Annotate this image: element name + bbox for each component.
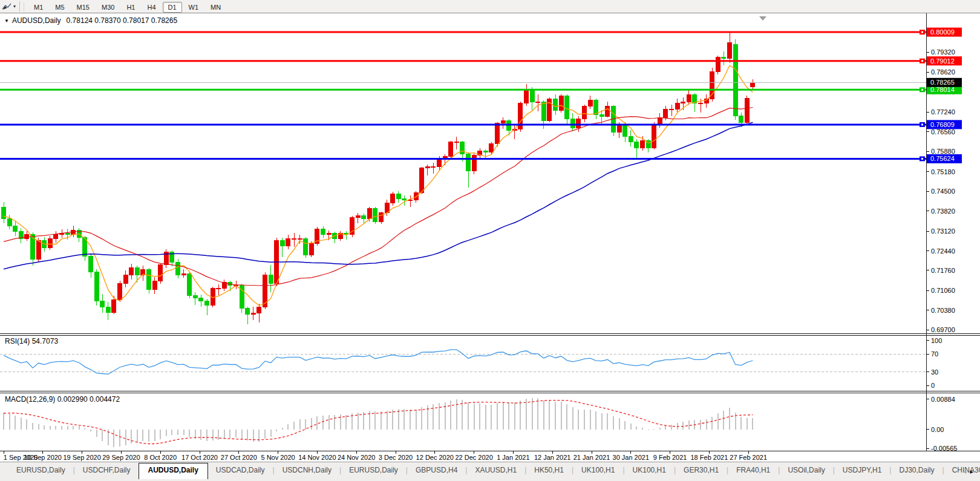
rsi-indicator-label: RSI(14) 54.7073 — [5, 337, 58, 345]
svg-text:0.75180: 0.75180 — [931, 168, 955, 175]
line-studies-icon[interactable] — [1, 2, 13, 11]
timeframe-button-mn[interactable]: MN — [205, 2, 226, 13]
svg-text:27 Feb 2021: 27 Feb 2021 — [730, 454, 767, 461]
svg-text:30 Jan 2021: 30 Jan 2021 — [613, 454, 650, 461]
svg-text:0: 0 — [931, 382, 935, 389]
svg-text:0.79012: 0.79012 — [930, 57, 955, 65]
svg-text:0.78620: 0.78620 — [931, 68, 955, 76]
macd-indicator-label: MACD(12,26,9) 0.002990 0.004472 — [5, 395, 120, 404]
svg-text:27 Oct 2020: 27 Oct 2020 — [221, 454, 257, 461]
svg-text:0.72440: 0.72440 — [931, 247, 955, 255]
tab-dj30-daily[interactable]: DJ30,Daily — [891, 463, 942, 477]
tab-usoil-daily[interactable]: USOil,Daily — [780, 463, 832, 477]
tab-xauusd-h1[interactable]: XAUUSD,H1 — [467, 463, 524, 477]
svg-text:10 Sep 2020: 10 Sep 2020 — [24, 454, 62, 461]
toolbar-separator — [19, 1, 20, 11]
tab-usdcnh-daily[interactable]: USDCNH,Daily — [275, 463, 339, 477]
svg-text:12 Dec 2020: 12 Dec 2020 — [416, 454, 454, 461]
svg-text:0.76560: 0.76560 — [931, 128, 955, 136]
timeframe-button-m15[interactable]: M15 — [71, 2, 95, 13]
svg-text:29 Sep 2020: 29 Sep 2020 — [102, 454, 140, 461]
svg-text:1 Jan 2021: 1 Jan 2021 — [497, 454, 529, 461]
timeframe-button-w1[interactable]: W1 — [183, 2, 204, 13]
svg-text:22 Dec 2020: 22 Dec 2020 — [455, 454, 492, 461]
svg-text:100: 100 — [931, 337, 942, 344]
svg-text:0.78265: 0.78265 — [930, 79, 955, 86]
chart-tabs: EURUSD,Daily|USDCHF,DailyAUDUSD,DailyUSD… — [8, 462, 980, 479]
timeframe-button-d1[interactable]: D1 — [163, 2, 182, 13]
svg-text:19 Sep 2020: 19 Sep 2020 — [63, 454, 100, 461]
svg-text:0.73120: 0.73120 — [931, 227, 955, 235]
svg-text:0.76809: 0.76809 — [930, 121, 955, 128]
tab-hk50-h1[interactable]: HK50,H1 — [526, 463, 572, 477]
svg-text:30: 30 — [931, 368, 938, 376]
svg-text:12 Jan 2021: 12 Jan 2021 — [534, 454, 571, 461]
timeframe-buttons: M1M5M15M30H1H4D1W1MN — [28, 1, 227, 12]
svg-text:0.00884: 0.00884 — [931, 396, 955, 403]
tab-eurusd-daily[interactable]: EURUSD,Daily — [8, 463, 73, 477]
tab-uk100-h1[interactable]: UK100,H1 — [625, 463, 674, 477]
svg-text:0.73820: 0.73820 — [931, 208, 955, 215]
svg-text:0.71060: 0.71060 — [931, 287, 955, 294]
svg-text:17 Oct 2020: 17 Oct 2020 — [181, 454, 218, 461]
svg-text:14 Nov 2020: 14 Nov 2020 — [298, 454, 336, 461]
tab-scroll-buttons: ◂▸ — [963, 468, 977, 476]
tab-fra40-h1[interactable]: FRA40,H1 — [728, 463, 778, 477]
svg-text:0.75880: 0.75880 — [931, 148, 955, 155]
tab-usdcad-daily[interactable]: USDCAD,Daily — [208, 463, 273, 477]
timeframe-button-m1[interactable]: M1 — [28, 2, 48, 13]
title-marker-icon[interactable]: ▼ — [4, 18, 9, 24]
svg-text:0.74500: 0.74500 — [931, 188, 955, 195]
chart-symbol-label: AUDUSD,Daily — [12, 16, 61, 25]
tab-audusd-daily[interactable]: AUDUSD,Daily — [139, 463, 208, 479]
timeframe-toolbar: ▾ M1M5M15M30H1H4D1W1MN — [0, 0, 980, 13]
toolbar-grip[interactable] — [23, 2, 25, 11]
chevron-down-icon[interactable]: ▾ — [13, 4, 16, 9]
current-price-badge: 0.78265 — [927, 78, 962, 87]
timeframe-button-m5[interactable]: M5 — [50, 2, 70, 13]
timeframe-button-h1[interactable]: H1 — [121, 2, 140, 13]
svg-text:0.75624: 0.75624 — [930, 155, 955, 162]
chart-window[interactable]: 0.793200.786200.779400.772400.765600.758… — [0, 13, 980, 462]
timeframe-button-h4[interactable]: H4 — [142, 2, 161, 13]
tab-uk100-h1[interactable]: UK100,H1 — [573, 463, 622, 477]
tab-ger30-h1[interactable]: GER30,H1 — [676, 463, 727, 477]
svg-text:21 Jan 2021: 21 Jan 2021 — [573, 454, 610, 461]
tab-usdjpy-h1[interactable]: USDJPY,H1 — [835, 463, 889, 477]
svg-text:0.69700: 0.69700 — [931, 326, 955, 333]
svg-text:0.79320: 0.79320 — [931, 48, 955, 56]
svg-text:8 Oct 2020: 8 Oct 2020 — [144, 454, 177, 461]
svg-text:9 Feb 2021: 9 Feb 2021 — [653, 454, 687, 461]
chart-title: ▼AUDUSD,Daily0.78124 0.78370 0.78017 0.7… — [4, 16, 177, 25]
svg-text:0.70380: 0.70380 — [931, 307, 955, 314]
trading-app-window: ▾ M1M5M15M30H1H4D1W1MN 0.793200.786200.7… — [0, 0, 980, 481]
svg-text:70: 70 — [931, 350, 938, 358]
price-chart-canvas[interactable]: 0.793200.786200.779400.772400.765600.758… — [0, 13, 980, 462]
tab-gbpusd-h4[interactable]: GBPUSD,H4 — [408, 463, 465, 477]
svg-text:0.78014: 0.78014 — [930, 86, 955, 93]
timeframe-button-m30[interactable]: M30 — [96, 2, 120, 13]
tab-scroll-right-icon[interactable]: ▸ — [970, 468, 977, 475]
svg-text:0.80009: 0.80009 — [930, 28, 955, 36]
svg-text:24 Nov 2020: 24 Nov 2020 — [338, 454, 375, 461]
svg-text:18 Feb 2021: 18 Feb 2021 — [691, 454, 728, 461]
svg-text:0.71760: 0.71760 — [931, 267, 955, 274]
svg-text:0.77240: 0.77240 — [931, 108, 955, 116]
svg-text:0.00: 0.00 — [931, 426, 944, 433]
svg-text:5 Nov 2020: 5 Nov 2020 — [261, 454, 295, 461]
tab-scroll-left-icon[interactable]: ◂ — [963, 468, 970, 475]
tab-usdchf-daily[interactable]: USDCHF,Daily — [75, 463, 139, 477]
chart-ohlc-values: 0.78124 0.78370 0.78017 0.78265 — [67, 16, 178, 25]
svg-text:3 Dec 2020: 3 Dec 2020 — [379, 454, 413, 461]
chart-tab-bar: EURUSD,Daily|USDCHF,DailyAUDUSD,DailyUSD… — [0, 462, 980, 481]
tab-eurusd-daily[interactable]: EURUSD,Daily — [341, 463, 406, 477]
